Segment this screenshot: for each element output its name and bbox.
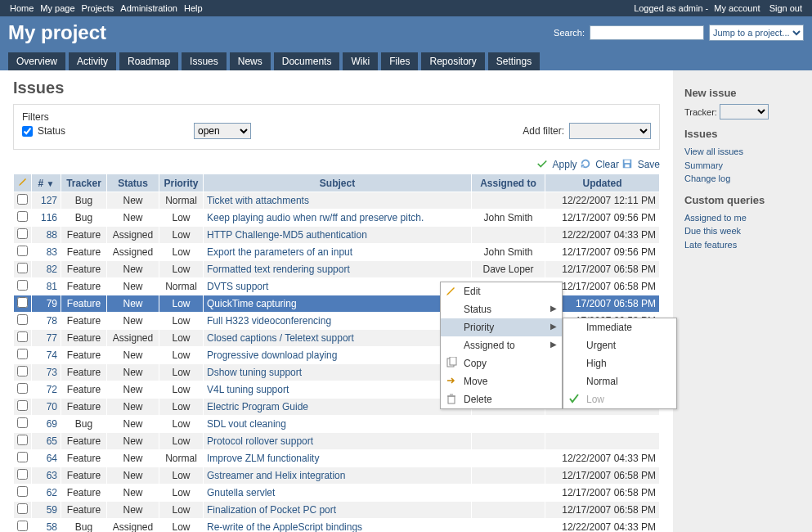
issue-subject-link[interactable]: Formatted text rendering support	[207, 264, 350, 275]
tab-settings[interactable]: Settings	[488, 52, 540, 70]
issue-subject-link[interactable]: Closed captions / Teletext support	[207, 332, 354, 344]
row-checkbox[interactable]	[17, 246, 28, 256]
table-row[interactable]: 58BugAssignedLowRe-write of the AppleScr…	[14, 519, 660, 533]
row-checkbox[interactable]	[17, 280, 28, 291]
filter-status-checkbox[interactable]	[22, 126, 33, 137]
issue-id-link[interactable]: 81	[47, 281, 57, 292]
tracker-select[interactable]	[720, 104, 769, 119]
sidebar-link-change-log[interactable]: Change log	[684, 172, 801, 186]
issue-subject-link[interactable]: V4L tuning support	[207, 384, 289, 395]
ctx-delete[interactable]: Delete	[441, 390, 562, 408]
tab-issues[interactable]: Issues	[182, 52, 227, 70]
issue-subject-link[interactable]: DVTS support	[207, 281, 268, 292]
jump-to-project[interactable]: Jump to a project...	[709, 25, 804, 41]
apply-link[interactable]: Apply	[553, 159, 577, 170]
top-nav-help[interactable]: Help	[181, 3, 206, 13]
priority-option-urgent[interactable]: Urgent	[563, 336, 676, 354]
issue-id-link[interactable]: 83	[47, 246, 57, 258]
top-nav-projects[interactable]: Projects	[79, 3, 118, 13]
issue-id-link[interactable]: 69	[47, 418, 57, 430]
row-checkbox[interactable]	[17, 452, 28, 462]
sidebar-link-assigned-to-me[interactable]: Assigned to me	[684, 211, 801, 225]
issue-subject-link[interactable]: Gnutella servlet	[207, 487, 275, 498]
row-checkbox[interactable]	[17, 417, 28, 428]
priority-option-high[interactable]: High	[563, 354, 676, 372]
save-link[interactable]: Save	[638, 159, 660, 170]
top-nav-home[interactable]: Home	[7, 3, 37, 13]
issue-id-link[interactable]: 77	[47, 332, 57, 344]
issue-subject-link[interactable]: Keep playing audio when rw/ff and preser…	[207, 212, 424, 223]
tab-news[interactable]: News	[230, 52, 271, 70]
filter-status-op[interactable]: open	[194, 123, 251, 139]
ctx-edit[interactable]: Edit	[441, 282, 562, 300]
issue-id-link[interactable]: 64	[47, 453, 57, 464]
sidebar-link-late-features[interactable]: Late features	[684, 238, 801, 252]
issue-subject-link[interactable]: Export the parameters of an input	[207, 246, 352, 258]
tab-wiki[interactable]: Wiki	[343, 52, 378, 70]
row-checkbox[interactable]	[17, 435, 28, 445]
row-checkbox[interactable]	[17, 314, 28, 325]
row-checkbox[interactable]	[17, 263, 28, 273]
tab-activity[interactable]: Activity	[69, 52, 116, 70]
issue-id-link[interactable]: 70	[47, 401, 57, 413]
issue-id-link[interactable]: 63	[47, 470, 57, 481]
row-checkbox[interactable]	[17, 366, 28, 376]
table-row[interactable]: 69BugNewLowSDL vout cleaning	[14, 416, 660, 433]
issue-id-link[interactable]: 74	[47, 349, 57, 361]
issue-id-link[interactable]: 127	[41, 195, 57, 206]
table-row[interactable]: 59FeatureNewLowFinalization of Pocket PC…	[14, 502, 660, 519]
issue-id-link[interactable]: 59	[47, 504, 57, 516]
row-checkbox[interactable]	[17, 521, 28, 531]
issue-subject-link[interactable]: Electric Program Guide	[207, 401, 308, 413]
issue-id-link[interactable]: 58	[47, 521, 57, 532]
sign-out-link[interactable]: Sign out	[766, 3, 805, 13]
issue-subject-link[interactable]: QuickTime capturing	[207, 298, 297, 309]
issue-id-link[interactable]: 116	[41, 212, 57, 223]
issue-subject-link[interactable]: Progressive download playing	[207, 349, 337, 361]
table-row[interactable]: 83FeatureAssignedLowExport the parameter…	[14, 244, 660, 261]
row-checkbox[interactable]	[17, 331, 28, 342]
issue-subject-link[interactable]: Ticket with attachments	[207, 195, 309, 206]
row-checkbox[interactable]	[17, 383, 28, 394]
table-row[interactable]: 81FeatureNewNormalDVTS support12/17/2007…	[14, 278, 660, 295]
sidebar-link-view-all-issues[interactable]: View all issues	[684, 145, 801, 159]
issue-subject-link[interactable]: Dshow tuning support	[207, 367, 302, 378]
issue-subject-link[interactable]: Gstreamer and Helix integration	[207, 470, 345, 481]
issue-id-link[interactable]: 82	[47, 264, 57, 275]
col-checkbox[interactable]	[14, 174, 32, 192]
priority-option-normal[interactable]: Normal	[563, 372, 676, 390]
ctx-move[interactable]: Move	[441, 372, 562, 390]
table-row[interactable]: 63FeatureNewLowGstreamer and Helix integ…	[14, 467, 660, 485]
issue-subject-link[interactable]: Protocol rollover support	[207, 435, 313, 447]
row-checkbox[interactable]	[17, 194, 28, 205]
ctx-priority[interactable]: Priority▶	[441, 318, 562, 336]
issue-id-link[interactable]: 72	[47, 384, 57, 395]
sidebar-link-summary[interactable]: Summary	[684, 159, 801, 173]
priority-option-immediate[interactable]: Immediate	[563, 318, 676, 336]
table-row[interactable]: 88FeatureAssignedLowHTTP Challenge-MD5 a…	[14, 227, 660, 244]
issue-subject-link[interactable]: SDL vout cleaning	[207, 418, 286, 430]
my-account-link[interactable]: My account	[711, 3, 763, 13]
table-row[interactable]: 79FeatureNewLowQuickTime capturing17/200…	[14, 295, 660, 313]
row-checkbox[interactable]	[17, 486, 28, 497]
ctx-assigned-to[interactable]: Assigned to▶	[441, 336, 562, 354]
issue-id-link[interactable]: 88	[47, 229, 57, 241]
table-row[interactable]: 65FeatureNewLowProtocol rollover support	[14, 433, 660, 450]
table-row[interactable]: 82FeatureNewLowFormatted text rendering …	[14, 261, 660, 278]
col-updated[interactable]: Updated	[545, 174, 660, 192]
col-priority[interactable]: Priority	[159, 174, 204, 192]
issue-subject-link[interactable]: Improve ZLM functionality	[207, 453, 319, 464]
row-checkbox[interactable]	[17, 400, 28, 411]
ctx-copy[interactable]: Copy	[441, 354, 562, 372]
issue-subject-link[interactable]: Re-write of the AppleScript bindings	[207, 521, 362, 532]
row-checkbox[interactable]	[17, 211, 28, 222]
table-row[interactable]: 64FeatureNewNormalImprove ZLM functional…	[14, 450, 660, 467]
tab-repository[interactable]: Repository	[421, 52, 484, 70]
clear-link[interactable]: Clear	[595, 159, 619, 170]
add-filter-select[interactable]	[569, 123, 651, 139]
issue-subject-link[interactable]: HTTP Challenge-MD5 authentication	[207, 229, 367, 241]
issue-id-link[interactable]: 62	[47, 487, 57, 498]
tab-roadmap[interactable]: Roadmap	[119, 52, 178, 70]
col-id[interactable]: # ▼	[32, 174, 61, 192]
col-subject[interactable]: Subject	[204, 174, 472, 192]
